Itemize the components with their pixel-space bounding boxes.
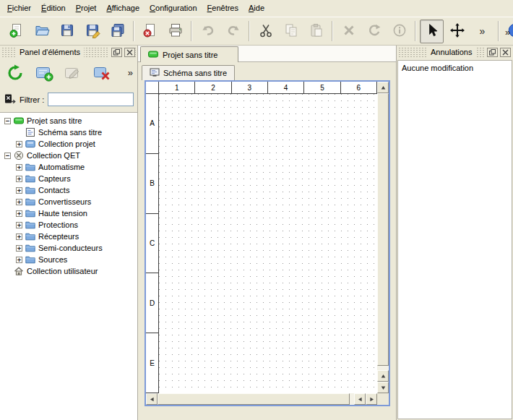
tab-projet-sans-titre[interactable]: Projet sans titre [140,46,238,62]
select-arrow-icon [424,22,440,40]
column-header-5: 5 [304,82,340,93]
save-all-icon [110,22,126,40]
reload-icon [6,64,25,84]
tree-item-contacts[interactable]: +Contacts [0,184,137,196]
toolbar-separator [191,21,192,41]
element-info-button[interactable] [387,20,411,43]
tree-item-recepteurs[interactable]: +Récepteurs [0,231,137,242]
collapse-icon[interactable]: − [4,153,11,159]
tree-item-label: Collection QET [27,151,80,160]
expand-icon[interactable]: + [16,245,22,252]
tree-item-automatisme[interactable]: +Automatisme [0,161,137,173]
menu-fichier[interactable]: Fichier [2,0,36,14]
select-mode-button[interactable] [420,20,444,43]
collection-icon [25,139,35,149]
tree-item-capteurs[interactable]: +Capteurs [0,173,137,184]
save-as-button[interactable] [80,20,104,43]
elements-toolbar-extension[interactable]: » [128,67,133,78]
new-element-icon [35,64,53,84]
collapse-icon[interactable]: − [4,118,11,124]
scroll-left-button[interactable] [146,393,158,405]
save-button[interactable] [55,20,79,43]
undo-button[interactable] [196,20,220,43]
expand-icon[interactable]: + [16,141,22,147]
mode-overflow-button[interactable]: » [470,20,494,43]
rotate-button[interactable] [362,20,386,43]
pan-mode-button[interactable] [445,20,469,43]
tree-item-haute-tension[interactable]: +Haute tension [0,207,137,219]
reload-collections-button[interactable] [3,61,27,86]
close-dock-button[interactable] [500,48,511,57]
horizontal-scrollbar-thumb[interactable] [158,393,350,405]
save-all-button[interactable] [105,20,129,43]
cut-button[interactable] [254,20,277,43]
tree-item-convertisseurs[interactable]: +Convertisseurs [0,196,137,207]
scroll-up-button-2[interactable] [377,370,389,382]
column-header-2: 2 [195,82,231,93]
edit-element-icon [64,64,82,84]
expand-icon[interactable]: + [16,222,22,228]
vertical-scrollbar[interactable] [377,82,389,393]
menu-affichage[interactable]: Affichage [101,0,145,14]
scroll-right-button[interactable] [366,393,377,405]
delete-element-icon [92,64,111,84]
menu-projet[interactable]: Projet [71,0,102,14]
paste-button[interactable] [304,20,328,43]
pan-icon [449,22,465,40]
menu-configuration[interactable]: Configuration [145,0,202,14]
expand-icon[interactable]: + [16,199,22,205]
expand-icon[interactable]: + [16,164,22,171]
close-dock-button[interactable] [124,48,135,57]
filter-input[interactable] [48,93,134,106]
tree-item-sources[interactable]: +Sources [0,254,137,265]
tree-item-label: Contacts [38,186,69,194]
tree-item-schema-sans-titre[interactable]: Schéma sans titre [0,127,137,138]
diagram-view[interactable]: 123456 ABCDE [145,80,390,406]
edit-element-button[interactable] [61,61,85,86]
float-dock-button[interactable] [111,48,122,57]
tab-schema-sans-titre[interactable]: Schéma sans titre [142,65,235,80]
float-dock-button[interactable] [487,48,498,57]
print-button[interactable] [163,20,187,43]
schema-tab-label: Schéma sans titre [163,69,227,77]
redo-button[interactable] [221,20,245,43]
delete-element-button[interactable] [90,61,114,86]
delete-icon [341,22,357,40]
elements-panel-titlebar[interactable]: Panel d'éléments [1,47,136,58]
tree-item-label: Protections [38,220,78,229]
open-file-button[interactable] [30,20,53,43]
menu-edition[interactable]: Édition [36,0,71,14]
undo-panel-titlebar[interactable]: Annulations [398,47,512,58]
expand-icon[interactable]: + [16,176,22,182]
new-file-button[interactable] [4,20,28,43]
cut-icon [258,22,274,40]
tree-item-collection-qet[interactable]: −Collection QET [0,150,137,161]
expand-icon[interactable]: + [16,257,22,263]
expand-icon[interactable]: + [16,233,22,240]
horizontal-scrollbar[interactable] [146,393,377,405]
menu-fenetres[interactable]: Fenêtres [202,0,243,14]
expand-icon[interactable]: + [16,210,22,217]
delete-button[interactable] [337,20,361,43]
tree-item-protections[interactable]: +Protections [0,219,137,231]
tree-item-collection-projet[interactable]: +Collection projet [0,138,137,150]
vertical-scrollbar-thumb[interactable] [377,93,389,366]
scroll-left-button-2[interactable] [354,393,366,405]
tree-item-semi-conducteurs[interactable]: +Semi-conducteurs [0,242,137,254]
expand-icon[interactable]: + [16,187,22,194]
scroll-down-button[interactable] [377,382,389,393]
undo-panel-title: Annulations [427,47,476,58]
close-file-button[interactable] [138,20,162,43]
save-icon [59,22,75,40]
tree-item-projet-sans-titre[interactable]: −Projet sans titre [0,115,137,127]
project-tab-label: Projet sans titre [163,51,217,59]
undo-list[interactable]: Aucune modification [397,60,512,419]
schema-icon [25,127,35,137]
tree-item-collection-utilisateur[interactable]: Collection utilisateur [0,265,137,277]
new-element-button[interactable] [32,61,56,86]
scroll-up-button[interactable] [377,82,389,93]
diagram-grid[interactable] [159,94,377,393]
toolbar-extension-button[interactable]: » [503,27,512,38]
copy-button[interactable] [279,20,303,43]
menu-aide[interactable]: Aide [243,0,270,14]
